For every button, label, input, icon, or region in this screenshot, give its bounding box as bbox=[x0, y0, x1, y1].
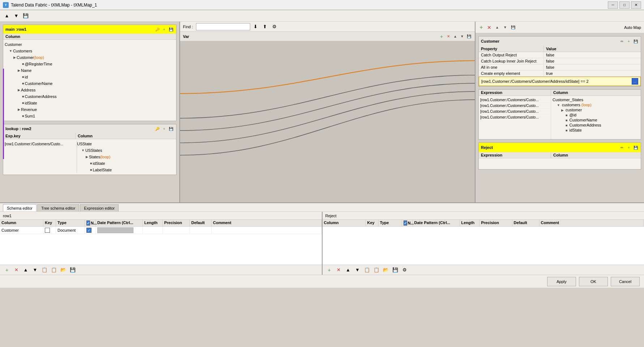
main-row1-title: main :row1 bbox=[5, 27, 26, 31]
tab-expression-editor[interactable]: Expression editor bbox=[80, 204, 119, 211]
expr-expression-header: Expression bbox=[479, 90, 551, 95]
key-checkbox[interactable] bbox=[45, 228, 50, 233]
property-col-header: Property bbox=[479, 46, 544, 52]
prop-row-all-in-one: All in one false bbox=[479, 64, 641, 70]
customer-title: Customer bbox=[481, 39, 499, 43]
customer-props-header: Customer ✏ + 💾 bbox=[479, 37, 641, 46]
prop-row-catch-output: Catch Output Reject false bbox=[479, 52, 641, 58]
rschema-paste-btn[interactable]: 📋 bbox=[372, 266, 380, 274]
schema-down-btn[interactable]: ▼ bbox=[31, 266, 39, 274]
rp-customer-states: Customer_States bbox=[553, 97, 639, 102]
toolbar-save-button[interactable]: 💾 bbox=[22, 12, 30, 20]
lookup-title: lookup : row2 bbox=[5, 127, 31, 131]
rschema-add-btn[interactable]: + bbox=[325, 266, 333, 274]
expr-column-header: Column bbox=[551, 90, 641, 95]
rschema-extra-btn[interactable]: ⚙ bbox=[401, 266, 409, 274]
schema-left-title: row1 bbox=[0, 212, 322, 220]
lookup-add-btn[interactable]: + bbox=[161, 126, 167, 132]
schema-left-table: Column Key Type ✓ N... Date Pattern (Ctr… bbox=[0, 220, 322, 265]
rcol-header-nullable: ✓ N... bbox=[402, 220, 413, 226]
automap-up-btn[interactable]: ▲ bbox=[494, 25, 500, 30]
rp-customername: ■ CustomerName bbox=[553, 117, 639, 123]
apply-button[interactable]: Apply bbox=[547, 277, 576, 286]
main-row1-header: main :row1 🔑 + 💾 bbox=[3, 25, 176, 34]
prop-catch-lookup-value: false bbox=[544, 58, 641, 64]
expr-expand-btn[interactable]: ... bbox=[632, 78, 638, 85]
schema-up-btn[interactable]: ▲ bbox=[22, 266, 30, 274]
lookup-save-btn[interactable]: 💾 bbox=[168, 126, 174, 132]
prop-catch-output-value: false bbox=[544, 52, 641, 58]
rschema-import-btn[interactable]: 📂 bbox=[382, 266, 390, 274]
expr-content-area: [row1.Customer:/Customers/Custo... [row1… bbox=[479, 96, 641, 139]
tree-item-id: ■ id bbox=[5, 74, 175, 80]
schema-add-btn[interactable]: + bbox=[3, 266, 11, 274]
highlighted-expr-text: [row1.Customer:/Customers/Customer/Addre… bbox=[481, 79, 589, 83]
left-panel: main :row1 🔑 + 💾 Column Customer ▼ bbox=[0, 22, 180, 202]
main-row1-edit-btn[interactable]: 🔑 bbox=[154, 26, 160, 32]
schema-right-title-text: Reject bbox=[325, 214, 337, 218]
customer-save-btn[interactable]: 💾 bbox=[633, 38, 639, 44]
col-header-precision: Precision bbox=[163, 220, 190, 226]
rcol-header-length: Length bbox=[460, 220, 480, 226]
main-row1-save-btn[interactable]: 💾 bbox=[168, 26, 174, 32]
nullable-checkbox[interactable]: ✓ bbox=[86, 220, 90, 226]
ok-button[interactable]: OK bbox=[579, 277, 608, 286]
toolbar-down-button[interactable]: ▼ bbox=[12, 12, 20, 20]
automap-toolbar: + ✕ ▲ ▼ 💾 Auto Map bbox=[475, 22, 644, 33]
main-row1-add-btn[interactable]: + bbox=[161, 26, 167, 32]
reject-save-btn[interactable]: 💾 bbox=[633, 145, 639, 150]
prop-catch-output-label: Catch Output Reject bbox=[479, 52, 544, 58]
tree-item-customers: ▼ Customers bbox=[5, 48, 175, 54]
schema-td-type: Document bbox=[56, 227, 85, 234]
r-nullable-checkbox[interactable]: ✓ bbox=[404, 220, 407, 226]
schema-export-btn[interactable]: 💾 bbox=[69, 266, 77, 274]
rschema-down-btn[interactable]: ▼ bbox=[354, 266, 362, 274]
toolbar-up-button[interactable]: ▲ bbox=[3, 12, 11, 20]
close-button[interactable]: ✕ bbox=[631, 1, 641, 9]
cancel-button[interactable]: Cancel bbox=[611, 277, 640, 286]
schema-left-thead: Column Key Type ✓ N... Date Pattern (Ctr… bbox=[0, 220, 322, 227]
rschema-export-btn[interactable]: 💾 bbox=[391, 266, 399, 274]
automap-label: Auto Map bbox=[624, 25, 641, 30]
customer-edit-btn[interactable]: ✏ bbox=[619, 38, 625, 44]
schema-td-date bbox=[96, 227, 143, 234]
lookup-states-loop: ▶ States (loop) bbox=[77, 154, 175, 160]
col-header-nullable: ✓ N... bbox=[85, 220, 96, 226]
automap-green-plus[interactable]: + bbox=[478, 25, 484, 30]
schema-td-key bbox=[43, 227, 56, 234]
tab-tree-schema[interactable]: Tree schema editor bbox=[37, 204, 79, 211]
reject-add-btn[interactable]: + bbox=[626, 145, 632, 150]
rschema-copy-btn[interactable]: 📋 bbox=[363, 266, 371, 274]
lookup-expr-text: [row1.Customer:/Customers/Custo... bbox=[5, 142, 63, 146]
rp-customers-loop: ▼ customers (loop) bbox=[553, 102, 639, 107]
schema-paste-btn[interactable]: 📋 bbox=[50, 266, 58, 274]
prop-create-empty-label: Create empty element bbox=[479, 70, 544, 76]
schema-right: Reject Column Key Type ✓ N... Date Patte… bbox=[323, 212, 644, 275]
customer-add-btn[interactable]: + bbox=[626, 38, 632, 44]
schema-right-title: Reject bbox=[323, 212, 644, 220]
col-header-column: Column bbox=[0, 220, 43, 226]
reject-edit-btn[interactable]: ✏ bbox=[619, 145, 625, 150]
rschema-remove-btn[interactable]: ✕ bbox=[335, 266, 343, 274]
lookup-edit-btn[interactable]: 🔑 bbox=[154, 126, 160, 132]
automap-down-btn[interactable]: ▼ bbox=[502, 25, 508, 30]
rp-idstate: ■ idState bbox=[553, 128, 639, 133]
schema-copy-btn[interactable]: 📋 bbox=[40, 266, 48, 274]
schema-remove-btn[interactable]: ✕ bbox=[12, 266, 20, 274]
automap-save-btn[interactable]: 💾 bbox=[510, 25, 516, 30]
rp-customeraddress: ■ CustomerAddress bbox=[553, 123, 639, 128]
lookup-usstates: ▼ USStates bbox=[77, 147, 175, 154]
schema-td-precision bbox=[163, 227, 190, 234]
rschema-up-btn[interactable]: ▲ bbox=[344, 266, 352, 274]
main-tree: Customer ▼ Customers ▶ Customer (loop) bbox=[3, 40, 176, 121]
maximize-button[interactable]: □ bbox=[619, 1, 630, 9]
tree-item-customer: Customer bbox=[5, 41, 175, 48]
automap-red-x[interactable]: ✕ bbox=[486, 25, 492, 30]
expr-left-panel: [row1.Customer:/Customers/Custo... [row1… bbox=[479, 96, 551, 139]
tree-item-customeraddress: ■ CustomerAddress bbox=[5, 93, 175, 100]
tab-schema-editor[interactable]: Schema editor bbox=[3, 204, 37, 211]
schema-left: row1 Column Key Type ✓ N... Date Pattern… bbox=[0, 212, 323, 275]
minimize-button[interactable]: ─ bbox=[608, 1, 618, 9]
schema-import-btn[interactable]: 📂 bbox=[59, 266, 67, 274]
nullable-row-checkbox[interactable]: ✓ bbox=[86, 228, 91, 233]
